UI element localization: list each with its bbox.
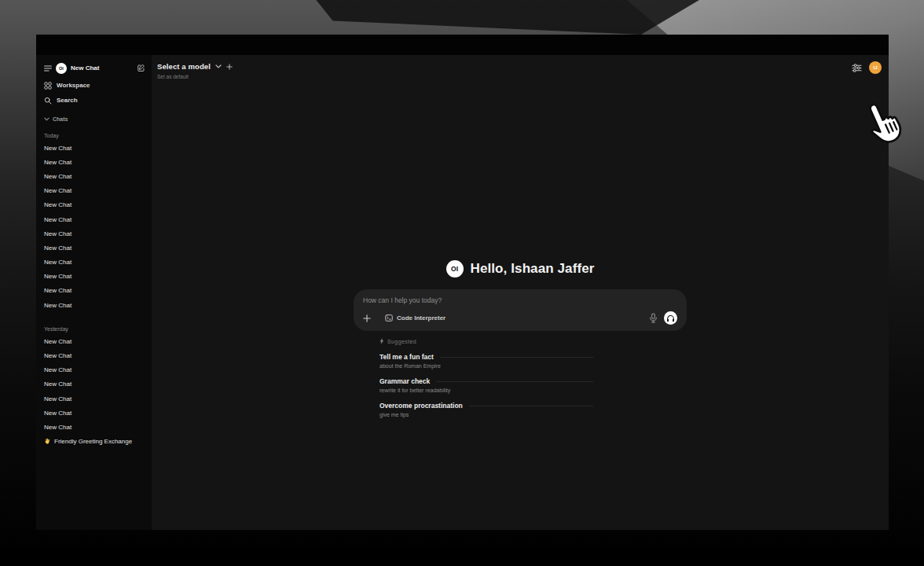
chat-list-item-special[interactable]: Friendly Greeting Exchange: [44, 435, 145, 449]
wallpaper-bottom-bar: [0, 550, 924, 566]
chats-section-toggle[interactable]: Chats: [44, 113, 145, 125]
wave-emoji-icon: [44, 438, 51, 445]
workspace-grid-icon: [44, 82, 52, 90]
workspace-label: Workspace: [57, 82, 90, 89]
chat-list-item[interactable]: New Chat: [44, 406, 145, 420]
chat-list-item[interactable]: New Chat: [44, 420, 145, 434]
hero-section: OI Hello, Ishaan Jaffer Code Inter: [354, 259, 687, 417]
user-avatar[interactable]: IJ: [869, 61, 882, 74]
sliders-icon[interactable]: [852, 63, 862, 73]
mic-icon[interactable]: [649, 313, 658, 323]
attach-plus-icon[interactable]: [363, 314, 371, 322]
chat-list-item[interactable]: New Chat: [44, 155, 145, 169]
window-title-strip: [36, 35, 889, 55]
divider: [469, 406, 593, 406]
suggested-section: Suggested Tell me a fun fact about the R…: [380, 338, 593, 417]
voice-call-button[interactable]: [664, 311, 677, 325]
chat-input-box[interactable]: Code Interpreter: [354, 289, 687, 331]
suggestion-subtitle: give me tips: [380, 412, 593, 417]
set-default-link[interactable]: Set as default: [157, 74, 233, 79]
chat-input[interactable]: [363, 296, 677, 304]
chat-list-item[interactable]: New Chat: [44, 391, 145, 406]
suggestion-title: Overcome procrastination: [380, 402, 463, 410]
chat-list-item[interactable]: New Chat: [44, 212, 145, 226]
suggestion-title: Tell me a fun fact: [380, 353, 434, 361]
chat-list-item[interactable]: New Chat: [44, 270, 145, 284]
suggestion-item[interactable]: Tell me a fun fact about the Roman Empir…: [380, 353, 593, 369]
chats-section-label: Chats: [53, 116, 68, 122]
suggestion-subtitle: about the Roman Empire: [380, 363, 593, 369]
model-selector: Select a model Set as default: [157, 62, 233, 79]
sidebar-toggle-icon[interactable]: [44, 65, 52, 72]
chevron-down-icon[interactable]: [215, 64, 222, 68]
chat-list-item[interactable]: New Chat: [44, 363, 145, 377]
app-window: OI New Chat Workspace Search: [36, 35, 889, 530]
suggestion-item[interactable]: Grammar check rewrite it for better read…: [380, 377, 593, 393]
special-chat-label: Friendly Greeting Exchange: [54, 438, 132, 445]
bolt-icon: [380, 338, 384, 344]
chat-list-item[interactable]: New Chat: [44, 226, 145, 241]
chat-group-label: Today: [44, 125, 145, 141]
model-selector-label[interactable]: Select a model: [157, 62, 211, 71]
search-label: Search: [57, 97, 78, 104]
chat-list-item[interactable]: New Chat: [44, 377, 145, 391]
divider: [436, 381, 593, 382]
suggested-label: Suggested: [387, 339, 416, 344]
chat-list-item[interactable]: New Chat: [44, 255, 145, 270]
main-pane: Select a model Set as default IJ: [152, 55, 889, 530]
chat-list-item[interactable]: New Chat: [44, 169, 145, 183]
app-logo: OI: [56, 63, 67, 74]
headphones-icon: [666, 314, 675, 322]
code-interpreter-toggle[interactable]: Code Interpreter: [380, 312, 450, 324]
chat-list-item[interactable]: New Chat: [44, 184, 145, 198]
new-chat-pencil-icon[interactable]: [137, 64, 145, 72]
chat-list-item[interactable]: New Chat: [44, 284, 145, 298]
sidebar-item-workspace[interactable]: Workspace: [44, 78, 145, 93]
chat-list-item[interactable]: New Chat: [44, 141, 145, 155]
add-model-plus-icon[interactable]: [226, 64, 233, 70]
app-logo: OI: [446, 260, 464, 277]
chat-group-label: Yesterday: [44, 318, 145, 334]
search-icon: [44, 97, 52, 105]
suggestion-item[interactable]: Overcome procrastination give me tips: [380, 402, 593, 417]
greeting-text: Hello, Ishaan Jaffer: [471, 261, 595, 277]
chat-groups: TodayNew ChatNew ChatNew ChatNew ChatNew…: [44, 125, 145, 435]
code-interpreter-label: Code Interpreter: [397, 314, 446, 322]
chat-list-item[interactable]: New Chat: [44, 334, 145, 348]
chat-list-item[interactable]: New Chat: [44, 348, 145, 362]
sidebar: OI New Chat Workspace Search: [36, 55, 152, 530]
wallpaper-wedge: [283, 0, 699, 35]
sidebar-title[interactable]: New Chat: [71, 64, 133, 72]
chevron-down-icon: [44, 117, 50, 121]
divider: [440, 357, 593, 358]
chat-list-item[interactable]: New Chat: [44, 198, 145, 212]
sidebar-item-search[interactable]: Search: [44, 93, 145, 108]
code-interpreter-icon: [385, 314, 393, 322]
chat-list-item[interactable]: New Chat: [44, 298, 145, 312]
chat-list-item[interactable]: New Chat: [44, 241, 145, 255]
suggestion-title: Grammar check: [380, 377, 430, 385]
suggestion-subtitle: rewrite it for better readability: [380, 388, 593, 393]
